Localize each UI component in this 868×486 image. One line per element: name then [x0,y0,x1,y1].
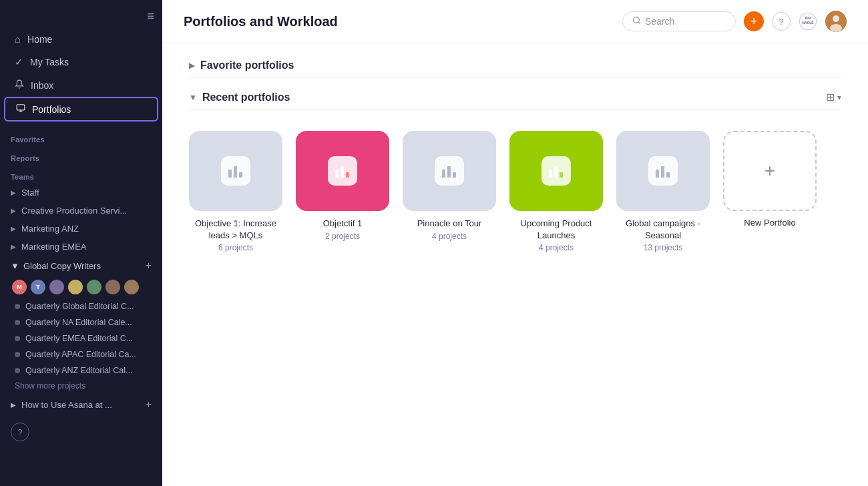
svg-line-4 [638,22,640,23]
svg-rect-25 [666,172,670,178]
project-item-4[interactable]: Quarterly APAC Editorial Ca... [4,346,158,362]
recent-portfolios-title[interactable]: Recent portfolios [202,91,290,103]
search-label: Search [645,16,674,27]
sidebar-toggle-icon[interactable]: ≡ [147,9,154,23]
check-icon: ✓ [15,56,23,68]
team-item-staff[interactable]: ▶ Staff [0,184,162,202]
project-item-2[interactable]: Quarterly NA Editorial Cale... [4,314,158,330]
svg-rect-18 [447,166,451,178]
team-item-marketing-emea[interactable]: ▶ Marketing EMEA [0,238,162,256]
team-item-marketing-anz[interactable]: ▶ Marketing ANZ [0,220,162,238]
portfolio-card-objetctif1[interactable]: Objetctif 1 2 projects [296,131,389,252]
svg-text:NACLE: NACLE [803,21,815,25]
avatar-7 [123,278,140,296]
recent-portfolios-arrow[interactable]: ▼ [189,93,197,102]
pinnacle-logo[interactable]: PIN NACLE [799,12,817,31]
recent-portfolios-section-header: ▼ Recent portfolios ⊞ ▾ [189,91,841,103]
svg-rect-23 [656,170,659,178]
project-dot-1 [15,304,20,309]
bottom-team-add-button[interactable]: + [146,399,152,411]
svg-rect-15 [341,166,344,178]
project-item-1[interactable]: Quarterly Global Editorial C... [4,298,158,314]
new-portfolio-label: New Portfolio [744,218,795,228]
search-box[interactable]: Search [622,11,736,31]
team-item-creative[interactable]: ▶ Creative Production Servi... [0,202,162,220]
card-bar-icon-pinnacle-tour [435,156,464,186]
portfolio-card-count-global: 13 projects [644,243,683,252]
svg-point-10 [830,24,842,32]
header-right: Search + ? PIN NACLE [622,11,847,32]
new-portfolio-plus-icon: + [765,160,775,182]
add-button[interactable]: + [744,11,764,31]
portfolio-card-count-pinnacle-tour: 4 projects [432,232,467,241]
sidebar-item-home-label: Home [27,34,52,45]
portfolio-card-pinnacle-tour[interactable]: Pinnacle on Tour 4 projects [403,131,496,252]
sidebar-bottom-team[interactable]: ▶ How to Use Asana at ... + [0,393,162,416]
svg-rect-21 [554,166,558,178]
grid-view-icon: ⊞ [826,91,835,103]
avatar-5 [85,278,103,296]
new-portfolio-box: + [723,131,817,211]
gcw-header-left: ▼ Global Copy Writers [11,261,101,271]
gcw-add-button[interactable]: + [146,260,152,272]
avatar-3 [48,278,65,296]
sidebar-item-portfolios-label: Portfolios [32,104,71,115]
header: Portfolios and Workload Search + ? PIN N… [162,0,868,43]
svg-rect-14 [335,170,339,178]
portfolio-card-global[interactable]: Global campaigns - Seasonal 13 projects [616,131,710,252]
project-item-3[interactable]: Quarterly EMEA Editorial C... [4,330,158,346]
gcw-avatars: M T [4,276,158,298]
portfolio-card-name-obj1: Objective 1: Increase leads > MQLs [189,218,282,241]
favorite-portfolios-arrow[interactable]: ▶ [189,61,195,70]
card-icon-obj1 [189,131,282,211]
svg-point-9 [833,15,839,22]
reports-section-label: Reports [0,146,162,165]
gcw-section: ▼ Global Copy Writers + M T Quarterly Gl… [0,256,162,393]
portfolio-card-obj1[interactable]: Objective 1: Increase leads > MQLs 6 pro… [189,131,282,252]
card-bar-icon-global [648,156,678,186]
team-staff-name: Staff [21,188,39,198]
card-icon-pinnacle-tour [403,131,496,211]
chevron-down-icon: ▾ [837,93,841,102]
favorite-portfolios-title[interactable]: Favorite portfolios [200,59,294,71]
gcw-header[interactable]: ▼ Global Copy Writers + [4,256,158,276]
card-bar-icon-obj1 [221,156,250,186]
favorite-portfolios-section-header: ▶ Favorite portfolios [189,59,841,71]
help-button[interactable]: ? [772,12,791,31]
sidebar-help-button[interactable]: ? [11,423,29,441]
main-content: Portfolios and Workload Search + ? PIN N… [162,0,868,486]
team-anz-arrow: ▶ [11,225,16,232]
team-emea-name: Marketing EMEA [21,242,87,252]
team-creative-arrow: ▶ [11,207,16,214]
sidebar-item-my-tasks[interactable]: ✓ My Tasks [4,51,158,73]
svg-rect-13 [239,172,242,178]
sidebar-item-home[interactable]: ⌂ Home [4,28,158,50]
card-bar-icon-objetctif1 [328,156,357,186]
new-portfolio-card[interactable]: + New Portfolio [723,131,817,252]
card-bar-icon-upcoming [541,156,571,186]
card-icon-objetctif1 [296,131,389,211]
sidebar-item-portfolios[interactable]: Portfolios [4,97,158,121]
bar-chart-icon-objetctif1 [333,162,352,180]
avatar-4 [67,278,84,296]
project-item-5[interactable]: Quarterly ANZ Editorial Cal... [4,362,158,379]
show-more-projects[interactable]: Show more projects [4,379,158,393]
bar-chart-icon-global [654,162,672,180]
user-photo [825,11,847,32]
view-toggle[interactable]: ⊞ ▾ [826,91,841,103]
team-emea-arrow: ▶ [11,243,16,250]
project-dot-2 [15,320,20,325]
sidebar: ≡ ⌂ Home ✓ My Tasks Inbox [0,0,162,486]
portfolio-card-name-objetctif1: Objetctif 1 [323,218,363,230]
bottom-team-label: How to Use Asana at ... [21,400,112,410]
portfolio-card-upcoming[interactable]: Upcoming Product Launches 4 projects [509,131,603,252]
bell-icon [15,79,24,91]
portfolio-card-count-objetctif1: 2 projects [325,232,360,241]
portfolios-icon [16,103,25,115]
sidebar-item-inbox[interactable]: Inbox [4,74,158,96]
user-avatar[interactable] [825,11,847,32]
svg-rect-20 [549,170,552,178]
portfolio-card-count-upcoming: 4 projects [539,243,574,252]
svg-point-3 [634,17,640,23]
avatar-6 [104,278,122,296]
